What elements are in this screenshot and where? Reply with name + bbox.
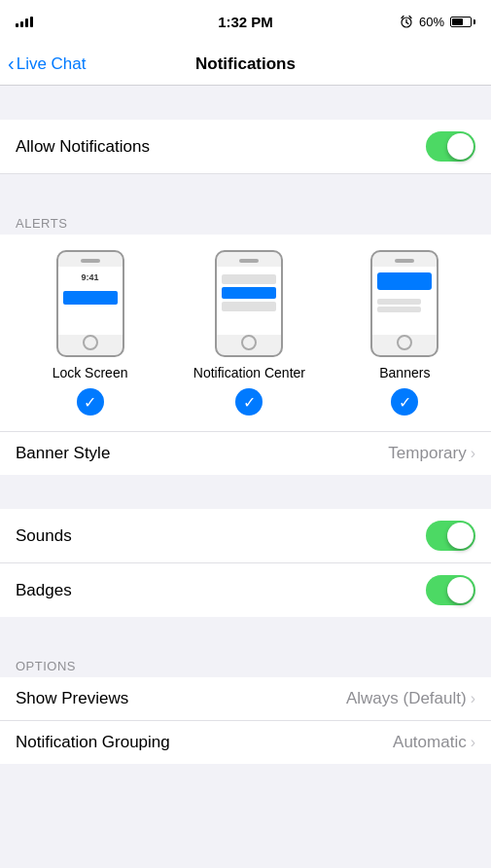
sounds-toggle-knob: [447, 523, 473, 549]
notification-grouping-value: Automatic: [393, 733, 467, 752]
alert-option-lock-screen[interactable]: 9:41 Lock Screen ✓: [53, 250, 128, 423]
allow-notifications-row: Allow Notifications: [0, 120, 491, 174]
nav-bar: ‹ Live Chat Notifications: [0, 43, 491, 86]
banner-style-chevron-icon: ›: [471, 445, 475, 462]
signal-bar-4: [30, 17, 33, 27]
alert-option-notification-center[interactable]: Notification Center ✓: [193, 250, 305, 423]
sounds-toggle[interactable]: [426, 521, 475, 551]
alert-option-banners[interactable]: Banners ✓: [370, 250, 438, 423]
alert-icons-row: 9:41 Lock Screen ✓: [0, 250, 491, 431]
signal-bar-1: [16, 23, 18, 27]
banner-bar: [377, 272, 432, 290]
banner-style-value-container: Temporary ›: [388, 444, 475, 463]
show-previews-row[interactable]: Show Previews Always (Default) ›: [0, 677, 491, 721]
show-previews-chevron-icon: ›: [471, 690, 475, 707]
show-previews-label: Show Previews: [16, 689, 128, 708]
banner-line-2: [377, 307, 421, 312]
lock-screen-time: 9:41: [82, 272, 99, 282]
allow-notifications-toggle[interactable]: [426, 131, 475, 162]
notification-grouping-value-container: Automatic ›: [393, 733, 475, 752]
svg-line-3: [402, 17, 403, 18]
banners-phone-illus: [370, 250, 438, 357]
badges-row: Badges: [0, 563, 491, 617]
status-bar: 1:32 PM 60%: [0, 0, 491, 43]
badges-toggle[interactable]: [426, 575, 475, 605]
section-gap-3: [0, 475, 491, 509]
lock-screen-phone-illus: 9:41: [56, 250, 124, 357]
notification-center-checkmark[interactable]: ✓: [235, 388, 263, 416]
lock-screen-notification-bar: [63, 291, 118, 305]
battery-tip: [473, 19, 475, 24]
nc-bar-1: [222, 274, 276, 284]
signal-bars-icon: [16, 16, 33, 27]
phone-screen-1: 9:41: [58, 267, 123, 335]
notification-grouping-row[interactable]: Notification Grouping Automatic ›: [0, 721, 491, 764]
notification-grouping-chevron-icon: ›: [471, 734, 475, 751]
options-block: Show Previews Always (Default) › Notific…: [0, 677, 491, 764]
battery-fill: [452, 18, 463, 25]
banner-style-row[interactable]: Banner Style Temporary ›: [0, 431, 491, 475]
phone-home-button-2: [241, 335, 257, 350]
phone-speaker-2: [239, 259, 259, 263]
notification-grouping-label: Notification Grouping: [16, 733, 170, 752]
section-gap-2: [0, 174, 491, 208]
svg-line-4: [409, 17, 411, 18]
sounds-label: Sounds: [16, 526, 72, 546]
show-previews-value: Always (Default): [346, 689, 467, 708]
status-right: 60%: [400, 15, 475, 29]
badges-toggle-knob: [447, 577, 473, 603]
phone-screen-2: [217, 267, 281, 335]
phone-screen-3: [372, 267, 437, 335]
section-gap-4: [0, 617, 491, 651]
section-gap-1: [0, 86, 491, 120]
back-label: Live Chat: [17, 54, 87, 74]
status-time: 1:32 PM: [218, 14, 273, 30]
phone-speaker-3: [395, 259, 414, 263]
lock-screen-checkmark[interactable]: ✓: [77, 388, 104, 416]
nc-bar-blue: [222, 287, 276, 299]
banner-line-1: [377, 299, 421, 305]
alerts-container: 9:41 Lock Screen ✓: [0, 235, 491, 475]
page-title: Notifications: [195, 54, 296, 74]
sounds-row: Sounds: [0, 509, 491, 563]
badges-label: Badges: [16, 581, 72, 600]
phone-home-button-3: [397, 335, 412, 350]
nc-bars: [222, 274, 276, 311]
nc-bar-2: [222, 302, 276, 311]
svg-line-2: [406, 22, 408, 24]
battery-indicator: [450, 17, 475, 27]
banner-content-lines: [377, 299, 432, 312]
phone-speaker-1: [81, 259, 100, 263]
banners-checkmark[interactable]: ✓: [391, 388, 418, 416]
battery-body: [450, 17, 472, 27]
banner-style-label: Banner Style: [16, 444, 110, 463]
banners-label: Banners: [379, 365, 430, 380]
alerts-section-header: ALERTS: [0, 208, 491, 235]
signal-bar-2: [20, 21, 23, 27]
battery-percent: 60%: [419, 15, 444, 29]
back-button[interactable]: ‹ Live Chat: [8, 54, 87, 74]
chevron-left-icon: ‹: [8, 54, 15, 73]
phone-home-button-1: [83, 335, 98, 350]
lock-screen-label: Lock Screen: [53, 365, 128, 380]
notification-center-phone-illus: [215, 250, 283, 357]
toggle-knob: [447, 133, 473, 160]
options-section-header: OPTIONS: [0, 651, 491, 677]
status-left: [16, 16, 33, 27]
banner-style-value: Temporary: [388, 444, 466, 463]
show-previews-value-container: Always (Default) ›: [346, 689, 475, 708]
notification-center-label: Notification Center: [193, 365, 305, 380]
signal-bar-3: [25, 18, 28, 27]
alarm-icon: [400, 15, 413, 28]
sounds-badges-block: Sounds Badges: [0, 509, 491, 617]
allow-notifications-label: Allow Notifications: [16, 137, 150, 157]
